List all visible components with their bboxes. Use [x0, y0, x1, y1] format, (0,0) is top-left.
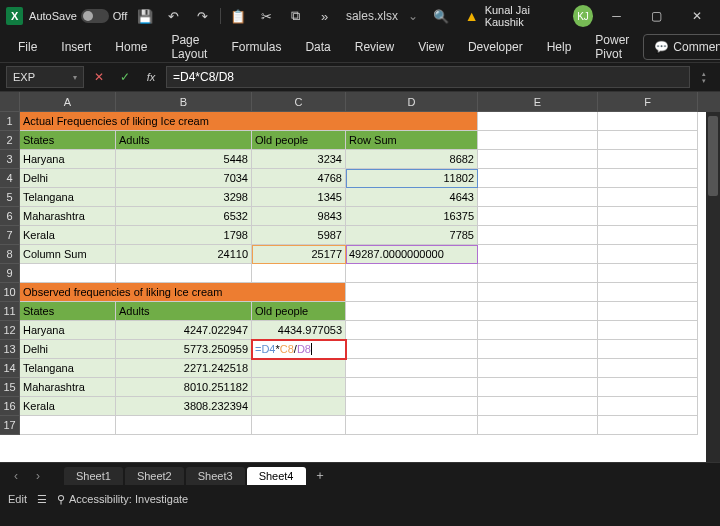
- cell-c2[interactable]: Old people: [252, 131, 346, 150]
- col-header-c[interactable]: C: [252, 92, 346, 112]
- cell-a13[interactable]: Delhi: [20, 340, 116, 359]
- filename-dropdown-icon[interactable]: ⌄: [408, 9, 418, 23]
- copy-icon[interactable]: ⧉: [284, 4, 307, 28]
- cell-c11[interactable]: Old people: [252, 302, 346, 321]
- cell-f12[interactable]: [598, 321, 698, 340]
- cell-d16[interactable]: [346, 397, 478, 416]
- cell-f13[interactable]: [598, 340, 698, 359]
- col-header-f[interactable]: F: [598, 92, 698, 112]
- save-icon[interactable]: 💾: [133, 4, 156, 28]
- vertical-scrollbar[interactable]: [706, 112, 720, 462]
- cell-f5[interactable]: [598, 188, 698, 207]
- qat-overflow-icon[interactable]: »: [313, 4, 336, 28]
- cell-e12[interactable]: [478, 321, 598, 340]
- row-header[interactable]: 7: [0, 226, 20, 245]
- cell-f7[interactable]: [598, 226, 698, 245]
- cell-c8[interactable]: 25177: [252, 245, 346, 264]
- sheet-tab-4[interactable]: Sheet4: [247, 467, 306, 485]
- cell-f6[interactable]: [598, 207, 698, 226]
- cell-f4[interactable]: [598, 169, 698, 188]
- cell-c14[interactable]: [252, 359, 346, 378]
- col-header-b[interactable]: B: [116, 92, 252, 112]
- tab-view[interactable]: View: [408, 35, 454, 59]
- cell-b4[interactable]: 7034: [116, 169, 252, 188]
- cell-f9[interactable]: [598, 264, 698, 283]
- autosave-toggle[interactable]: AutoSave Off: [29, 9, 127, 23]
- cell-c15[interactable]: [252, 378, 346, 397]
- cell-e3[interactable]: [478, 150, 598, 169]
- sheet-nav-next-icon[interactable]: ›: [28, 466, 48, 486]
- cell-e5[interactable]: [478, 188, 598, 207]
- cell-d2[interactable]: Row Sum: [346, 131, 478, 150]
- cell-f11[interactable]: [598, 302, 698, 321]
- cell-c12[interactable]: 4434.977053: [252, 321, 346, 340]
- cell-b5[interactable]: 3298: [116, 188, 252, 207]
- cell-e17[interactable]: [478, 416, 598, 435]
- cell-a8[interactable]: Column Sum: [20, 245, 116, 264]
- cell-e16[interactable]: [478, 397, 598, 416]
- toggle-off-icon[interactable]: [81, 9, 109, 23]
- fx-icon[interactable]: fx: [140, 66, 162, 88]
- cell-b17[interactable]: [116, 416, 252, 435]
- tab-data[interactable]: Data: [295, 35, 340, 59]
- clipboard-icon[interactable]: 📋: [227, 4, 250, 28]
- row-header[interactable]: 11: [0, 302, 20, 321]
- cell-b2[interactable]: Adults: [116, 131, 252, 150]
- cell-e6[interactable]: [478, 207, 598, 226]
- cell-e4[interactable]: [478, 169, 598, 188]
- name-box[interactable]: EXP ▾: [6, 66, 84, 88]
- cell-d3[interactable]: 8682: [346, 150, 478, 169]
- sheet-tab-3[interactable]: Sheet3: [186, 467, 245, 485]
- cell-b8[interactable]: 24110: [116, 245, 252, 264]
- row-header[interactable]: 15: [0, 378, 20, 397]
- row-header[interactable]: 2: [0, 131, 20, 150]
- chevron-down-icon[interactable]: ▾: [73, 73, 77, 82]
- redo-icon[interactable]: ↷: [191, 4, 214, 28]
- sheet-nav-prev-icon[interactable]: ‹: [6, 466, 26, 486]
- cell-c6[interactable]: 9843: [252, 207, 346, 226]
- select-all-corner[interactable]: [0, 92, 20, 112]
- cell-a17[interactable]: [20, 416, 116, 435]
- cell-e11[interactable]: [478, 302, 598, 321]
- cell-a9[interactable]: [20, 264, 116, 283]
- cell-d10[interactable]: [346, 283, 478, 302]
- tab-page-layout[interactable]: Page Layout: [161, 28, 217, 66]
- cell-d8[interactable]: 49287.0000000000: [346, 245, 478, 264]
- user-account[interactable]: ▲ Kunal Jai Kaushik KJ: [465, 4, 594, 28]
- expand-formula-bar-icon[interactable]: ▴▾: [694, 70, 714, 84]
- cell-a7[interactable]: Kerala: [20, 226, 116, 245]
- accessibility-button[interactable]: ⚲ Accessibility: Investigate: [57, 493, 188, 506]
- cell-f16[interactable]: [598, 397, 698, 416]
- tab-power-pivot[interactable]: Power Pivot: [585, 28, 639, 66]
- workbook-stats-icon[interactable]: ☰: [37, 493, 47, 506]
- cell-f10[interactable]: [598, 283, 698, 302]
- cell-e13[interactable]: [478, 340, 598, 359]
- cell-d12[interactable]: [346, 321, 478, 340]
- col-header-d[interactable]: D: [346, 92, 478, 112]
- cell-b14[interactable]: 2271.242518: [116, 359, 252, 378]
- cell-f14[interactable]: [598, 359, 698, 378]
- cell-c5[interactable]: 1345: [252, 188, 346, 207]
- cancel-formula-icon[interactable]: ✕: [88, 66, 110, 88]
- cell-f17[interactable]: [598, 416, 698, 435]
- cell-e10[interactable]: [478, 283, 598, 302]
- col-header-a[interactable]: A: [20, 92, 116, 112]
- cell-a6[interactable]: Maharashtra: [20, 207, 116, 226]
- cell-b16[interactable]: 3808.232394: [116, 397, 252, 416]
- cell-a5[interactable]: Telangana: [20, 188, 116, 207]
- cell-b12[interactable]: 4247.022947: [116, 321, 252, 340]
- cell-b3[interactable]: 5448: [116, 150, 252, 169]
- cell-a11[interactable]: States: [20, 302, 116, 321]
- row-header[interactable]: 4: [0, 169, 20, 188]
- row-header[interactable]: 5: [0, 188, 20, 207]
- cell-a4[interactable]: Delhi: [20, 169, 116, 188]
- tab-insert[interactable]: Insert: [51, 35, 101, 59]
- tab-help[interactable]: Help: [537, 35, 582, 59]
- row-header[interactable]: 16: [0, 397, 20, 416]
- cell-b7[interactable]: 1798: [116, 226, 252, 245]
- tab-file[interactable]: File: [8, 35, 47, 59]
- cell-c4[interactable]: 4768: [252, 169, 346, 188]
- cell-d13[interactable]: [346, 340, 478, 359]
- tab-formulas[interactable]: Formulas: [221, 35, 291, 59]
- cell-e8[interactable]: [478, 245, 598, 264]
